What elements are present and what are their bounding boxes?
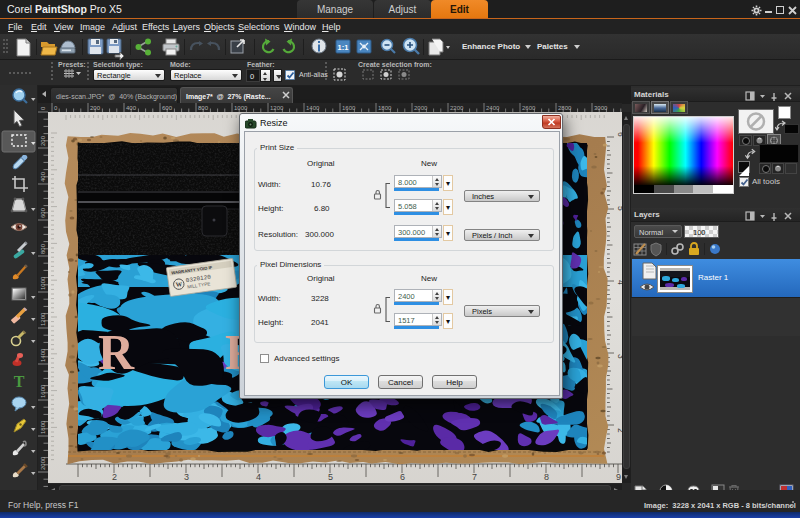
svg-text:9: 9 [616, 472, 621, 482]
svg-text:1400: 1400 [306, 105, 320, 111]
svg-text:3000: 3000 [594, 105, 608, 111]
svg-text:1200: 1200 [270, 105, 284, 111]
svg-text:400: 400 [126, 105, 137, 111]
svg-text:600: 600 [40, 207, 46, 218]
svg-text:800: 800 [198, 105, 209, 111]
svg-text:800: 800 [40, 243, 46, 254]
svg-text:200: 200 [40, 135, 46, 146]
svg-text:600: 600 [162, 105, 173, 111]
svg-text:5: 5 [328, 472, 333, 482]
svg-text:2: 2 [112, 472, 117, 482]
svg-text:R: R [98, 324, 135, 380]
svg-text:1600: 1600 [342, 105, 356, 111]
svg-text:2800: 2800 [558, 105, 572, 111]
svg-text:2000: 2000 [414, 105, 428, 111]
svg-text:1000: 1000 [40, 276, 46, 290]
svg-text:1800: 1800 [40, 420, 46, 434]
svg-text:1800: 1800 [378, 105, 392, 111]
svg-text:400: 400 [40, 171, 46, 182]
svg-text:2400: 2400 [486, 105, 500, 111]
svg-text:1600: 1600 [40, 384, 46, 398]
svg-text:7: 7 [472, 472, 477, 482]
svg-text:1000: 1000 [234, 105, 248, 111]
svg-text:6: 6 [400, 472, 405, 482]
svg-text:200: 200 [90, 105, 101, 111]
svg-text:2200: 2200 [450, 105, 464, 111]
svg-text:1:1: 1:1 [338, 43, 349, 52]
svg-text:1200: 1200 [40, 312, 46, 326]
svg-text:1400: 1400 [40, 348, 46, 362]
svg-text:4: 4 [256, 472, 261, 482]
svg-text:8: 8 [544, 472, 549, 482]
svg-text:2000: 2000 [40, 456, 46, 470]
svg-text:2600: 2600 [522, 105, 536, 111]
svg-text:3: 3 [184, 472, 189, 482]
svg-text:T: T [14, 373, 25, 390]
